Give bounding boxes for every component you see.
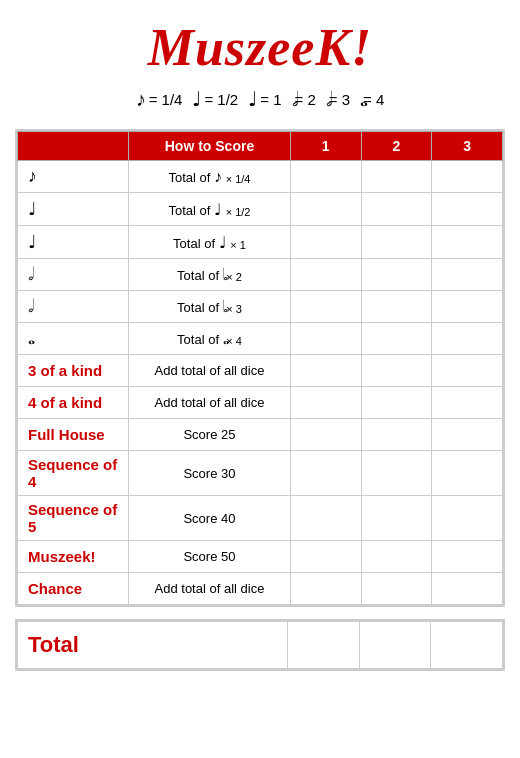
score-cell-3[interactable]	[432, 355, 503, 387]
score-cell-1[interactable]	[290, 496, 361, 541]
row-label-text: Chance	[18, 573, 129, 605]
score-cell-3[interactable]	[432, 226, 503, 259]
table-row: 4 of a kind Add total of all dice	[18, 387, 503, 419]
total-section: Total	[15, 619, 505, 671]
table-row: 𝅝 Total of 𝅝 × 4	[18, 323, 503, 355]
eq-5: = 3	[329, 91, 350, 108]
score-cell-3[interactable]	[432, 323, 503, 355]
table-row: Full House Score 25	[18, 419, 503, 451]
row-how: Total of 𝅗𝅥 × 3	[129, 291, 291, 323]
note-3: ♩	[248, 87, 257, 111]
score-cell-3[interactable]	[432, 259, 503, 291]
row-label-text: 4 of a kind	[18, 387, 129, 419]
score-cell-3[interactable]	[432, 496, 503, 541]
score-cell-2[interactable]	[361, 573, 432, 605]
score-cell-1[interactable]	[290, 451, 361, 496]
row-how: Score 40	[129, 496, 291, 541]
row-how: Add total of all dice	[129, 387, 291, 419]
legend-item-4: 𝅗𝅥 = 2	[292, 88, 316, 111]
table-row: Chance Add total of all dice	[18, 573, 503, 605]
row-how: Add total of all dice	[129, 573, 291, 605]
score-cell-1[interactable]	[290, 387, 361, 419]
table-row: ♩ Total of ♩ × 1/2	[18, 193, 503, 226]
row-label-note: 𝅗𝅥	[18, 291, 129, 323]
col-3: 3	[432, 132, 503, 161]
score-cell-3[interactable]	[432, 291, 503, 323]
table-row: 𝅗𝅥 Total of 𝅗𝅥 × 2	[18, 259, 503, 291]
app-title: MuszeeK!	[148, 18, 373, 77]
row-label-note: ♩	[18, 193, 129, 226]
row-how: Score 30	[129, 451, 291, 496]
row-label-note: 𝅗𝅥	[18, 259, 129, 291]
table-row: Muszeek! Score 50	[18, 541, 503, 573]
total-score-2[interactable]	[359, 622, 431, 669]
score-cell-1[interactable]	[290, 419, 361, 451]
legend-row: ♪ = 1/4 ♩ = 1/2 ♩ = 1 𝅗𝅥 = 2 𝅗𝅥 = 3 𝅝 = …	[126, 87, 395, 111]
row-label-text: Sequence of 4	[18, 451, 129, 496]
table-row: 𝅗𝅥 Total of 𝅗𝅥 × 3	[18, 291, 503, 323]
table-row: ♪ Total of ♪ × 1/4	[18, 161, 503, 193]
score-cell-2[interactable]	[361, 387, 432, 419]
legend-item-3: ♩ = 1	[248, 87, 281, 111]
row-label-text: 3 of a kind	[18, 355, 129, 387]
row-how: Total of 𝅝 × 4	[129, 323, 291, 355]
score-cell-1[interactable]	[290, 355, 361, 387]
score-cell-1[interactable]	[290, 573, 361, 605]
score-cell-3[interactable]	[432, 161, 503, 193]
score-cell-3[interactable]	[432, 451, 503, 496]
score-cell-2[interactable]	[361, 323, 432, 355]
score-cell-2[interactable]	[361, 355, 432, 387]
score-cell-3[interactable]	[432, 419, 503, 451]
eq-6: = 4	[363, 91, 384, 108]
col-1: 1	[290, 132, 361, 161]
score-cell-2[interactable]	[361, 193, 432, 226]
row-how: Add total of all dice	[129, 355, 291, 387]
table-row: Sequence of 4 Score 30	[18, 451, 503, 496]
col-2: 2	[361, 132, 432, 161]
row-label-text: Muszeek!	[18, 541, 129, 573]
row-how: Total of ♩ × 1	[129, 226, 291, 259]
score-cell-2[interactable]	[361, 291, 432, 323]
score-cell-2[interactable]	[361, 161, 432, 193]
score-cell-1[interactable]	[290, 193, 361, 226]
note-2: ♩	[192, 87, 201, 111]
score-cell-1[interactable]	[290, 291, 361, 323]
score-cell-1[interactable]	[290, 259, 361, 291]
score-cell-1[interactable]	[290, 541, 361, 573]
row-label-text: Full House	[18, 419, 129, 451]
score-cell-1[interactable]	[290, 323, 361, 355]
legend-item-5: 𝅗𝅥 = 3	[326, 88, 350, 111]
score-cell-3[interactable]	[432, 573, 503, 605]
legend-item-2: ♩ = 1/2	[192, 87, 238, 111]
row-how: Score 50	[129, 541, 291, 573]
row-how: Total of ♩ × 1/2	[129, 193, 291, 226]
eq-1: = 1/4	[149, 91, 183, 108]
score-cell-1[interactable]	[290, 161, 361, 193]
legend-item-6: 𝅝 = 4	[360, 88, 384, 111]
table-row: ♩ Total of ♩ × 1	[18, 226, 503, 259]
table-row: Sequence of 5 Score 40	[18, 496, 503, 541]
total-table: Total	[17, 621, 503, 669]
total-score-3[interactable]	[431, 622, 503, 669]
row-how: Score 25	[129, 419, 291, 451]
score-cell-1[interactable]	[290, 226, 361, 259]
score-cell-2[interactable]	[361, 226, 432, 259]
eq-3: = 1	[260, 91, 281, 108]
score-cell-3[interactable]	[432, 193, 503, 226]
score-cell-2[interactable]	[361, 451, 432, 496]
legend-item-1: ♪ = 1/4	[136, 88, 183, 111]
score-cell-2[interactable]	[361, 419, 432, 451]
score-cell-3[interactable]	[432, 387, 503, 419]
score-cell-3[interactable]	[432, 541, 503, 573]
col-label	[18, 132, 129, 161]
note-1: ♪	[136, 88, 146, 111]
row-label-note: ♩	[18, 226, 129, 259]
score-cell-2[interactable]	[361, 541, 432, 573]
eq-2: = 1/2	[204, 91, 238, 108]
score-cell-2[interactable]	[361, 496, 432, 541]
score-table: How to Score 1 2 3 ♪ Total of ♪ × 1/4 ♩ …	[17, 131, 503, 605]
total-score-1[interactable]	[288, 622, 360, 669]
score-table-wrapper: How to Score 1 2 3 ♪ Total of ♪ × 1/4 ♩ …	[15, 129, 505, 607]
eq-4: = 2	[295, 91, 316, 108]
score-cell-2[interactable]	[361, 259, 432, 291]
